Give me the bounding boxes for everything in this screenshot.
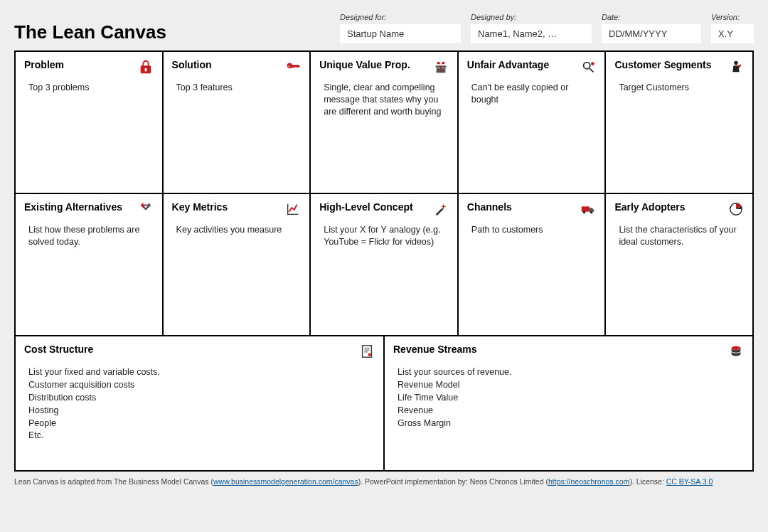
svg-point-6 <box>732 346 741 351</box>
adopters-body: List the characteristics of your ideal c… <box>614 224 744 248</box>
person-icon <box>728 59 744 75</box>
unfair-title: Unfair Advantage <box>467 59 549 70</box>
concept-title: High-Level Concept <box>319 201 412 213</box>
uvp-title: Unique Value Prop. <box>319 59 410 70</box>
cost-line: People <box>28 417 375 430</box>
version-label: Version: <box>711 13 754 21</box>
svg-point-0 <box>584 63 590 69</box>
channels-body: Path to customers <box>467 224 597 236</box>
revenue-body: List your sources of revenue. Revenue Mo… <box>393 366 744 429</box>
magnify-icon <box>580 59 596 75</box>
svg-point-2 <box>583 211 586 214</box>
segments-body: Target Customers <box>614 82 744 94</box>
designed-by-label: Designed by: <box>471 13 592 21</box>
svg-point-1 <box>734 61 738 65</box>
concept-body: List your X for Y analogy (e.g. YouTube … <box>319 224 449 248</box>
metrics-body: Key activities you measure <box>172 224 302 236</box>
problem-body: Top 3 problems <box>24 82 154 94</box>
problem-title: Problem <box>24 59 64 70</box>
footer-link-license[interactable]: CC BY-SA 3.0 <box>666 477 713 486</box>
segments-title: Customer Segments <box>614 59 711 70</box>
channels-title: Channels <box>467 201 512 213</box>
truck-icon <box>580 201 596 217</box>
cost-line: Hosting <box>28 405 375 417</box>
alternatives-body: List how these problems are solved today… <box>24 224 154 248</box>
cost-line: Customer acquisition costs <box>28 379 375 391</box>
cost-body: List your fixed and variable costs. Cust… <box>24 366 375 442</box>
meta-version: Version: <box>711 13 754 43</box>
cell-channels[interactable]: Channels Path to customers <box>458 193 606 336</box>
cost-line: Etc. <box>28 430 375 442</box>
revenue-line: List your sources of revenue. <box>398 366 744 378</box>
designed-by-input[interactable] <box>471 24 592 43</box>
footer-text: ). PowerPoint implementation by: Neos Ch… <box>358 477 548 486</box>
footer-link-neos[interactable]: https://neoschronos.com <box>548 477 629 486</box>
cell-solution[interactable]: Solution Top 3 features <box>163 51 311 193</box>
unfair-body: Can't be easily copied or bought <box>467 82 597 106</box>
cost-title: Cost Structure <box>24 344 93 355</box>
svg-point-3 <box>590 211 593 214</box>
cell-uvp[interactable]: Unique Value Prop. Single, clear and com… <box>310 51 458 193</box>
lock-icon <box>138 59 154 75</box>
cell-problem[interactable]: Problem Top 3 problems <box>15 51 163 193</box>
cell-cost[interactable]: Cost Structure List your fixed and varia… <box>15 336 384 471</box>
header: The Lean Canvas Designed for: Designed b… <box>14 13 754 43</box>
revenue-line: Life Time Value <box>398 392 744 404</box>
cell-alternatives[interactable]: Existing Alternatives List how these pro… <box>15 193 163 336</box>
date-label: Date: <box>602 13 701 21</box>
version-input[interactable] <box>711 24 754 43</box>
date-input[interactable] <box>602 24 701 43</box>
cost-line: List your fixed and variable costs. <box>28 366 375 378</box>
alternatives-title: Existing Alternatives <box>24 201 122 213</box>
revenue-line: Revenue Model <box>398 379 744 391</box>
footer-link-bmg[interactable]: www.businessmodelgeneration.com/canvas <box>213 477 358 486</box>
revenue-title: Revenue Streams <box>393 344 477 355</box>
page-title: The Lean Canvas <box>14 21 174 43</box>
key-icon <box>285 59 301 75</box>
cell-unfair[interactable]: Unfair Advantage Can't be easily copied … <box>458 51 606 193</box>
footer-text: ). License: <box>629 477 666 486</box>
footer-text: Lean Canvas is adapted from The Business… <box>14 477 213 486</box>
arrows-split-icon <box>138 201 154 217</box>
cell-segments[interactable]: Customer Segments Target Customers <box>605 51 753 193</box>
solution-body: Top 3 features <box>172 82 302 94</box>
cell-revenue[interactable]: Revenue Streams List your sources of rev… <box>384 336 753 471</box>
revenue-line: Revenue <box>398 405 744 417</box>
invoice-icon <box>359 344 375 359</box>
metrics-title: Key Metrics <box>172 201 228 213</box>
solution-title: Solution <box>172 59 212 70</box>
meta-designed-by: Designed by: <box>471 13 592 43</box>
uvp-body: Single, clear and compelling message tha… <box>319 82 449 118</box>
footer-attribution: Lean Canvas is adapted from The Business… <box>14 477 754 486</box>
designed-for-input[interactable] <box>340 24 461 43</box>
lean-canvas-grid: Problem Top 3 problems Solution Top 3 fe… <box>14 50 754 472</box>
meta-designed-for: Designed for: <box>340 13 461 43</box>
coins-icon <box>728 344 744 359</box>
cell-metrics[interactable]: Key Metrics Key activities you measure <box>163 193 311 336</box>
pie-chart-icon <box>728 201 744 217</box>
bottom-grid: Cost Structure List your fixed and varia… <box>15 336 753 471</box>
designed-for-label: Designed for: <box>340 13 461 21</box>
top-grid: Problem Top 3 problems Solution Top 3 fe… <box>15 51 753 336</box>
cell-concept[interactable]: High-Level Concept List your X for Y ana… <box>310 193 458 336</box>
gift-icon <box>433 59 449 75</box>
wand-icon <box>433 201 449 217</box>
revenue-line: Gross Margin <box>398 417 744 430</box>
meta-date: Date: <box>602 13 701 43</box>
adopters-title: Early Adopters <box>614 201 685 213</box>
chart-icon <box>285 201 301 217</box>
cost-line: Distribution costs <box>28 392 375 404</box>
cell-adopters[interactable]: Early Adopters List the characteristics … <box>605 193 753 336</box>
